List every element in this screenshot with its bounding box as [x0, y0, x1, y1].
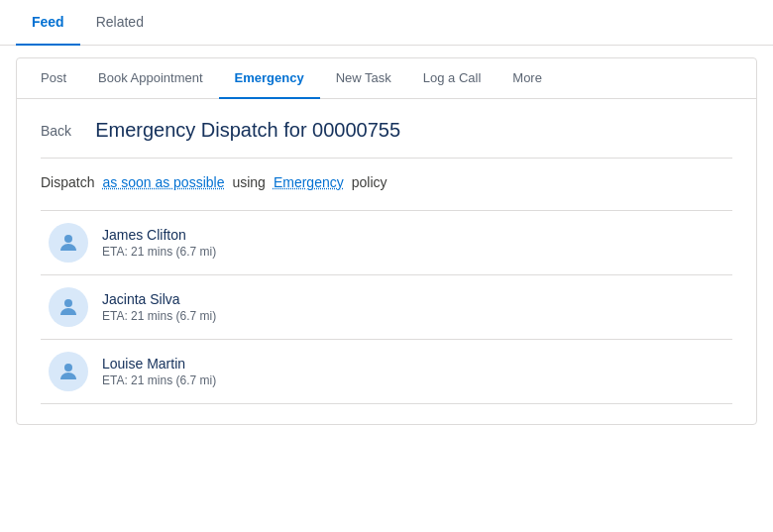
dispatch-using: using: [232, 174, 265, 190]
svg-point-0: [64, 235, 72, 243]
svg-point-3: [64, 364, 72, 372]
avatar: [49, 352, 88, 391]
tab-feed[interactable]: Feed: [16, 0, 80, 46]
agent-item[interactable]: Jacinta Silva ETA: 21 mins (6.7 mi): [41, 275, 732, 340]
agent-eta: ETA: 21 mins (6.7 mi): [102, 373, 216, 387]
card-container: Post Book Appointment Emergency New Task…: [16, 57, 757, 425]
top-tabs-bar: Feed Related: [0, 0, 773, 46]
tab-more[interactable]: More: [497, 58, 558, 99]
tab-related[interactable]: Related: [80, 0, 160, 46]
agent-info: James Clifton ETA: 21 mins (6.7 mi): [102, 227, 216, 259]
dispatch-policy-link[interactable]: Emergency: [274, 174, 344, 190]
dispatch-timing-link[interactable]: as soon as possible: [102, 174, 224, 190]
dispatch-suffix: policy: [352, 174, 387, 190]
tab-emergency[interactable]: Emergency: [219, 58, 320, 99]
agent-list: James Clifton ETA: 21 mins (6.7 mi) Jaci…: [41, 210, 732, 404]
tab-new-task[interactable]: New Task: [320, 58, 407, 99]
agent-name: Louise Martin: [102, 356, 216, 372]
agent-item[interactable]: Louise Martin ETA: 21 mins (6.7 mi): [41, 340, 732, 404]
tab-book-appointment[interactable]: Book Appointment: [82, 58, 219, 99]
dispatch-title: Emergency Dispatch for 00000755: [95, 119, 400, 142]
agent-eta: ETA: 21 mins (6.7 mi): [102, 245, 216, 259]
action-tabs-bar: Post Book Appointment Emergency New Task…: [17, 58, 756, 99]
agent-info: Louise Martin ETA: 21 mins (6.7 mi): [102, 356, 216, 387]
agent-eta: ETA: 21 mins (6.7 mi): [102, 309, 216, 323]
tab-log-a-call[interactable]: Log a Call: [407, 58, 497, 99]
agent-item[interactable]: James Clifton ETA: 21 mins (6.7 mi): [41, 211, 732, 275]
dispatch-row: Dispatch as soon as possible using Emerg…: [41, 174, 732, 190]
tab-post[interactable]: Post: [25, 58, 82, 99]
back-button[interactable]: Back: [41, 123, 71, 139]
agent-name: James Clifton: [102, 227, 216, 243]
title-divider: [41, 158, 732, 159]
avatar: [49, 287, 88, 327]
title-row: Back Emergency Dispatch for 00000755: [41, 119, 732, 142]
avatar: [49, 223, 88, 263]
agent-info: Jacinta Silva ETA: 21 mins (6.7 mi): [102, 291, 216, 323]
content-area: Back Emergency Dispatch for 00000755 Dis…: [17, 99, 756, 424]
dispatch-prefix: Dispatch: [41, 174, 94, 190]
agent-name: Jacinta Silva: [102, 291, 216, 307]
svg-point-2: [64, 299, 72, 307]
